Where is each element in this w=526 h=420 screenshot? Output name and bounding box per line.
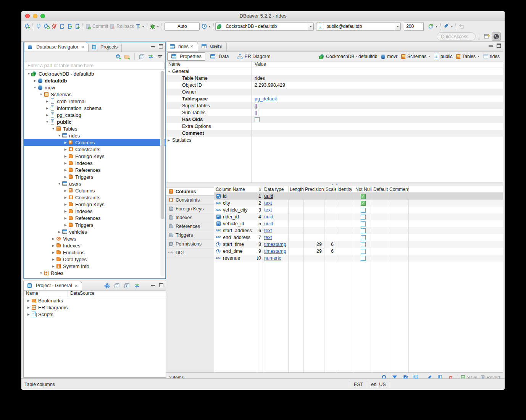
header-data-type[interactable]: Data type bbox=[263, 186, 288, 192]
property-value[interactable]: [] bbox=[255, 110, 257, 115]
breadcrumb-item[interactable]: Tables ▼ bbox=[454, 54, 481, 59]
minimize-view-icon[interactable] bbox=[151, 282, 155, 286]
not-null-checkbox[interactable] bbox=[361, 208, 366, 213]
object-section-tab[interactable]: Triggers bbox=[166, 231, 214, 240]
tree-item[interactable]: ▶ Views bbox=[24, 235, 165, 242]
expand-arrow-icon[interactable]: ▼ bbox=[39, 93, 44, 96]
property-value[interactable]: [] bbox=[255, 103, 257, 108]
property-row[interactable]: Sub Tables [] bbox=[166, 109, 503, 116]
property-value[interactable]: rides bbox=[255, 76, 265, 81]
column-row[interactable]: revenue 10 numeric bbox=[214, 255, 503, 262]
column-header-datasource[interactable]: DataSource bbox=[68, 291, 93, 297]
scrollbar-thumb[interactable] bbox=[161, 71, 164, 219]
column-header-name[interactable]: Name bbox=[24, 291, 68, 297]
minimize-view-icon[interactable] bbox=[151, 44, 155, 47]
expand-arrow-icon[interactable]: ▶ bbox=[51, 251, 56, 254]
locale-indicator[interactable]: en_US bbox=[367, 381, 390, 388]
chevron-down-icon[interactable]: ▼ bbox=[395, 23, 400, 30]
not-null-checkbox[interactable] bbox=[361, 228, 366, 233]
data-type-link[interactable]: timestamp bbox=[264, 242, 286, 247]
active-connection-combo[interactable]: CockroachDB - defaultdb ▼ bbox=[215, 23, 314, 31]
object-section-tab[interactable]: References bbox=[166, 222, 214, 231]
tab-rides[interactable]: rides ✕ bbox=[166, 41, 198, 51]
header-column-name[interactable]: Column Name bbox=[214, 186, 257, 192]
expand-arrow-icon[interactable]: ▶ bbox=[51, 237, 56, 241]
expand-arrow-icon[interactable]: ▶ bbox=[32, 79, 37, 82]
view-menu-button[interactable] bbox=[156, 52, 164, 61]
debug-button[interactable]: ▼ bbox=[149, 22, 160, 31]
tab-users[interactable]: users bbox=[198, 41, 227, 51]
expand-arrow-icon[interactable]: ▶ bbox=[63, 148, 68, 151]
tree-item[interactable]: ▶ Scripts bbox=[24, 311, 166, 318]
tree-item[interactable]: ▶ defaultdb bbox=[24, 77, 165, 84]
rollback-button[interactable]: Rollback bbox=[109, 22, 135, 31]
sash-up-icon[interactable]: ▲ bbox=[331, 183, 334, 186]
sash-down-icon[interactable]: ▼ bbox=[336, 183, 338, 186]
expand-arrow-icon[interactable]: ▶ bbox=[63, 216, 68, 220]
not-null-checkbox[interactable] bbox=[361, 235, 366, 240]
close-icon[interactable]: ✕ bbox=[81, 45, 84, 49]
expand-arrow-icon[interactable]: ▶ bbox=[63, 162, 68, 165]
data-type-link[interactable]: uuid bbox=[264, 214, 273, 220]
tree-item[interactable]: ▶ Bookmarks bbox=[24, 297, 166, 304]
tree-item[interactable]: ▶ pg_catalog bbox=[24, 111, 165, 118]
expand-arrow-icon[interactable]: ▶ bbox=[26, 306, 31, 309]
expand-arrow-icon[interactable]: ▶ bbox=[63, 210, 68, 213]
not-null-checkbox[interactable] bbox=[361, 249, 366, 254]
quick-access-field[interactable]: Quick Access bbox=[437, 32, 476, 40]
reconnect-button[interactable] bbox=[42, 22, 50, 31]
collapse-all-button[interactable] bbox=[113, 281, 121, 290]
tab-projects[interactable]: Projects bbox=[89, 42, 122, 52]
property-row[interactable]: Comment bbox=[166, 130, 503, 137]
column-row[interactable]: vehicle_city 3 text bbox=[214, 207, 503, 213]
open-sql-console-button[interactable] bbox=[66, 22, 73, 31]
not-null-checkbox[interactable] bbox=[361, 215, 366, 220]
tree-item[interactable]: ▶ References bbox=[24, 215, 165, 221]
expand-arrow-icon[interactable]: ▼ bbox=[57, 134, 62, 137]
expand-arrow-icon[interactable]: ▶ bbox=[57, 230, 62, 234]
active-schema-combo[interactable]: public@defaultdb ▼ bbox=[316, 23, 401, 31]
connect-button[interactable] bbox=[35, 22, 42, 31]
expand-arrow-icon[interactable]: ▶ bbox=[45, 100, 50, 103]
header-identity[interactable]: Identity bbox=[336, 186, 354, 192]
expand-arrow-icon[interactable]: ▶ bbox=[63, 141, 68, 144]
column-row[interactable]: city 2 text bbox=[214, 200, 503, 207]
column-row[interactable]: end_time 9 timestamp 29 6 bbox=[214, 248, 503, 255]
tree-item[interactable]: ▼ public bbox=[24, 118, 165, 125]
disconnect-button[interactable] bbox=[50, 22, 58, 31]
property-row[interactable]: Tablespace pg_default bbox=[166, 95, 503, 102]
not-null-checkbox[interactable] bbox=[361, 201, 366, 206]
link-with-editor-button[interactable] bbox=[147, 52, 155, 61]
property-row[interactable]: Super Tables [] bbox=[166, 102, 503, 109]
transaction-history-button[interactable]: ▼ bbox=[200, 22, 211, 31]
maximize-editor-icon[interactable] bbox=[497, 44, 501, 48]
table-filter-input[interactable] bbox=[25, 62, 165, 69]
expand-arrow-icon[interactable]: ▼ bbox=[51, 127, 56, 131]
tree-scrollbar[interactable] bbox=[160, 71, 165, 277]
open-perspective-button[interactable] bbox=[482, 32, 492, 41]
column-row[interactable]: vehicle_id 5 uuid bbox=[214, 220, 503, 227]
column-row[interactable]: rider_id 4 uuid bbox=[214, 213, 503, 220]
column-row[interactable]: id 1 uuid bbox=[214, 193, 503, 200]
tree-item[interactable]: ▼ CockroachDB - defaultdb bbox=[24, 70, 165, 77]
expand-arrow-icon[interactable]: ▶ bbox=[168, 139, 172, 142]
breadcrumb-item[interactable]: Schemas ▼ bbox=[399, 54, 432, 59]
tree-item[interactable]: ▶ References bbox=[24, 166, 165, 173]
tab-er-diagram[interactable]: ER Diagram bbox=[233, 52, 274, 61]
object-section-tab[interactable]: Constraints bbox=[166, 196, 214, 205]
link-with-editor-button[interactable] bbox=[133, 281, 141, 290]
expand-arrow-icon[interactable]: ▶ bbox=[26, 313, 31, 316]
expand-arrow-icon[interactable]: ▶ bbox=[63, 168, 68, 172]
sql-generator-button[interactable]: ▼ bbox=[442, 22, 454, 31]
expand-arrow-icon[interactable]: ▶ bbox=[26, 299, 31, 302]
property-row[interactable]: Owner bbox=[166, 89, 503, 95]
tree-item[interactable]: ▼ Schemas bbox=[24, 91, 165, 98]
header-comment[interactable]: Comment bbox=[388, 186, 408, 192]
sync-connection-button[interactable]: ▼ bbox=[427, 22, 439, 31]
new-sql-editor-button[interactable] bbox=[73, 22, 81, 31]
header-default[interactable]: Default bbox=[372, 186, 388, 192]
property-value[interactable]: 2,293,998,429 bbox=[255, 82, 285, 88]
expand-arrow-icon[interactable]: ▶ bbox=[51, 265, 56, 268]
column-header-value[interactable]: Value bbox=[251, 61, 266, 68]
property-value[interactable]: pg_default bbox=[255, 96, 277, 102]
